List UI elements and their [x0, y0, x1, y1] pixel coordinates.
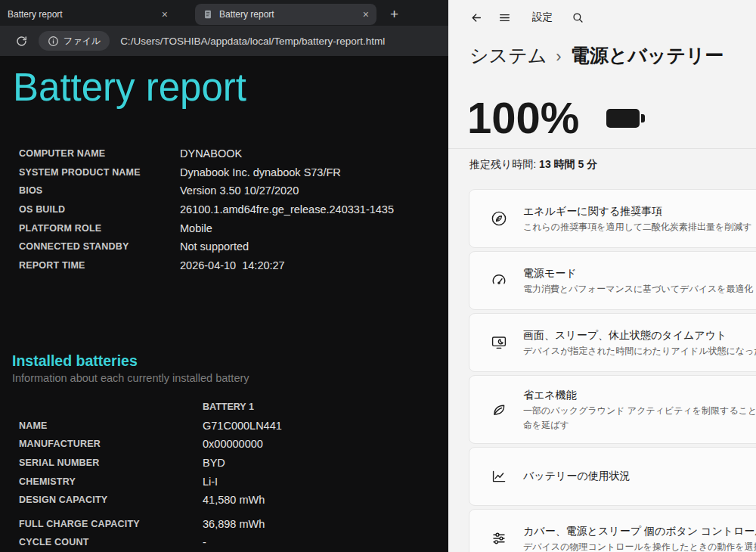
browser-window: Battery report × Battery report × + ファイル… — [0, 0, 448, 552]
table-row: CYCLE COUNT- — [19, 533, 282, 552]
table-row: REPORT TIME2026-04-10 14:20:27 — [19, 256, 394, 275]
row-value: G71C000LN441 — [203, 420, 282, 432]
row-label: MANUFACTURER — [19, 439, 203, 449]
row-value: 26100.1.amd64fre.ge_release.240331-1435 — [180, 203, 394, 216]
tab-title: Battery report — [219, 9, 357, 20]
card-energy-recommendations[interactable]: エネルギーに関する推奨事項 これらの推奨事項を適用して二酸化炭素排出量を削減す — [469, 189, 756, 248]
row-value: Version 3.50 10/27/2020 — [180, 185, 299, 197]
row-label: CHEMISTRY — [19, 476, 203, 487]
breadcrumb: システム › 電源とバッテリー — [469, 43, 724, 68]
card-power-mode[interactable]: 電源モード 電力消費とパフォーマンスに基づいてデバイスを最適化 — [469, 251, 756, 310]
table-row: SYSTEM PRODUCT NAMEDynabook Inc. dynaboo… — [19, 163, 394, 182]
battery-status: 100% — [467, 94, 640, 142]
search-icon[interactable] — [572, 12, 584, 23]
settings-app-title: 設定 — [532, 11, 553, 24]
card-lid-power-sleep-buttons[interactable]: カバー、電源とスリープ 個のボタン コントロール デバイスの物理コントロールを操… — [469, 509, 756, 552]
card-subtitle: 一部のバックグラウンド アクティビティを制限することで、電力 — [523, 405, 756, 417]
row-value: - — [203, 536, 206, 548]
info-icon — [48, 36, 59, 47]
card-title: カバー、電源とスリープ 個のボタン コントロール — [523, 525, 756, 538]
row-value: DYNABOOK — [180, 147, 242, 160]
address-url[interactable]: C:/Users/TOSHIBA/appdata/local/Temp/batt… — [120, 36, 385, 47]
table-row: COMPUTER NAMEDYNABOOK — [19, 144, 394, 163]
time-remaining: 推定残り時間: 13 時間 5 分 — [469, 158, 597, 172]
table-row: CONNECTED STANDBYNot supported — [19, 237, 394, 256]
file-scheme-badge[interactable]: ファイル — [39, 31, 110, 51]
eco-leaf-icon — [490, 209, 510, 228]
page-favicon-icon — [203, 9, 213, 20]
display-sleep-icon — [490, 333, 510, 352]
row-label: CYCLE COUNT — [19, 537, 203, 547]
back-icon[interactable] — [469, 12, 482, 23]
row-label: SYSTEM PRODUCT NAME — [19, 167, 180, 178]
table-row: SERIAL NUMBERBYD — [19, 454, 282, 473]
row-label: PLATFORM ROLE — [19, 223, 180, 234]
row-value: 41,580 mWh — [203, 494, 265, 506]
table-row: DESIGN CAPACITY41,580 mWh — [19, 491, 282, 510]
reload-icon[interactable] — [15, 35, 28, 48]
card-subtitle-line2: 命を延ばす — [523, 419, 756, 431]
row-value: 36,898 mWh — [203, 518, 265, 530]
battery-percent: 100% — [467, 94, 579, 142]
table-row: BIOSVersion 3.50 10/27/2020 — [19, 181, 394, 200]
page-title: Battery report — [13, 65, 246, 110]
close-tab-icon[interactable]: × — [162, 9, 168, 20]
column-header: BATTERY 1 — [203, 402, 254, 412]
row-value: 2026-04-10 14:20:27 — [180, 259, 285, 271]
battery-report-page: Battery report COMPUTER NAMEDYNABOOK SYS… — [0, 56, 448, 552]
browser-tab-1[interactable]: Battery report × — [0, 4, 175, 25]
row-label: FULL CHARGE CAPACITY — [19, 519, 203, 529]
row-value: Dynabook Inc. dynabook S73/FR — [180, 166, 341, 178]
table-row: CHEMISTRYLi-I — [19, 472, 282, 491]
system-info-table: COMPUTER NAMEDYNABOOK SYSTEM PRODUCT NAM… — [19, 144, 394, 274]
card-subtitle: 電力消費とパフォーマンスに基づいてデバイスを最適化 — [523, 283, 754, 295]
card-energy-saver[interactable]: 省エネ機能 一部のバックグラウンド アクティビティを制限することで、電力 命を延… — [469, 375, 756, 444]
table-row: OS BUILD26100.1.amd64fre.ge_release.2403… — [19, 200, 394, 219]
row-label: DESIGN CAPACITY — [19, 495, 203, 505]
table-row: FULL CHARGE CAPACITY36,898 mWh — [19, 515, 282, 534]
section-heading: Installed batteries — [12, 352, 138, 370]
row-label: CONNECTED STANDBY — [19, 241, 180, 252]
card-title: エネルギーに関する推奨事項 — [523, 205, 752, 219]
scheme-label: ファイル — [64, 35, 101, 48]
card-title: 電源モード — [523, 267, 754, 281]
row-label: REPORT TIME — [19, 260, 180, 271]
page-title: 電源とバッテリー — [571, 43, 724, 68]
card-battery-usage[interactable]: バッテリーの使用状況 — [469, 447, 756, 506]
battery-full-icon — [606, 109, 640, 128]
card-subtitle: デバイスの物理コントロールを操作したときの動作を選択しま — [523, 541, 756, 552]
card-title: バッテリーの使用状況 — [523, 470, 631, 483]
row-label: OS BUILD — [19, 204, 180, 215]
browser-tab-2-active[interactable]: Battery report × — [195, 4, 376, 25]
row-label: SERIAL NUMBER — [19, 457, 203, 468]
card-title: 省エネ機能 — [523, 389, 756, 402]
time-remaining-label: 推定残り時間: — [469, 158, 536, 170]
battery-usage-chart-icon — [490, 467, 510, 485]
close-tab-icon[interactable]: × — [363, 9, 369, 20]
table-row: NAMEG71C000LN441 — [19, 417, 282, 436]
installed-batteries-table: BATTERY 1 NAMEG71C000LN441 MANUFACTURER0… — [19, 398, 282, 552]
gauge-icon — [490, 271, 510, 290]
section-divider — [448, 148, 756, 149]
settings-window: 設定 システム › 電源とバッテリー 100% 推定残り時間: 13 時間 5 … — [448, 0, 756, 552]
settings-card-list: エネルギーに関する推奨事項 これらの推奨事項を適用して二酸化炭素排出量を削減す … — [469, 189, 756, 552]
card-title: 画面、スリープ、休止状態のタイムアウト — [523, 329, 756, 343]
hamburger-menu-icon[interactable] — [498, 12, 511, 23]
new-tab-button[interactable]: + — [390, 7, 398, 21]
tab-title: Battery report — [8, 9, 156, 20]
chevron-right-icon: › — [556, 47, 561, 67]
row-label: COMPUTER NAME — [19, 148, 180, 159]
row-label: NAME — [19, 420, 203, 431]
table-row: MANUFACTURER0x00000000 — [19, 435, 282, 454]
section-subtitle: Information about each currently install… — [12, 371, 249, 385]
row-value: Mobile — [180, 222, 212, 234]
table-row: PLATFORM ROLEMobile — [19, 219, 394, 237]
breadcrumb-parent[interactable]: システム — [469, 43, 547, 68]
settings-title-bar: 設定 — [448, 0, 756, 35]
card-subtitle: デバイスが指定された時間にわたりアイドル状態になった場合 — [523, 345, 756, 357]
row-value: BYD — [203, 457, 225, 469]
time-remaining-value: 13 時間 5 分 — [539, 158, 597, 170]
card-subtitle: これらの推奨事項を適用して二酸化炭素排出量を削減す — [523, 221, 752, 233]
card-screen-sleep-timeouts[interactable]: 画面、スリープ、休止状態のタイムアウト デバイスが指定された時間にわたりアイドル… — [469, 313, 756, 372]
table-header-row: BATTERY 1 — [19, 398, 282, 417]
